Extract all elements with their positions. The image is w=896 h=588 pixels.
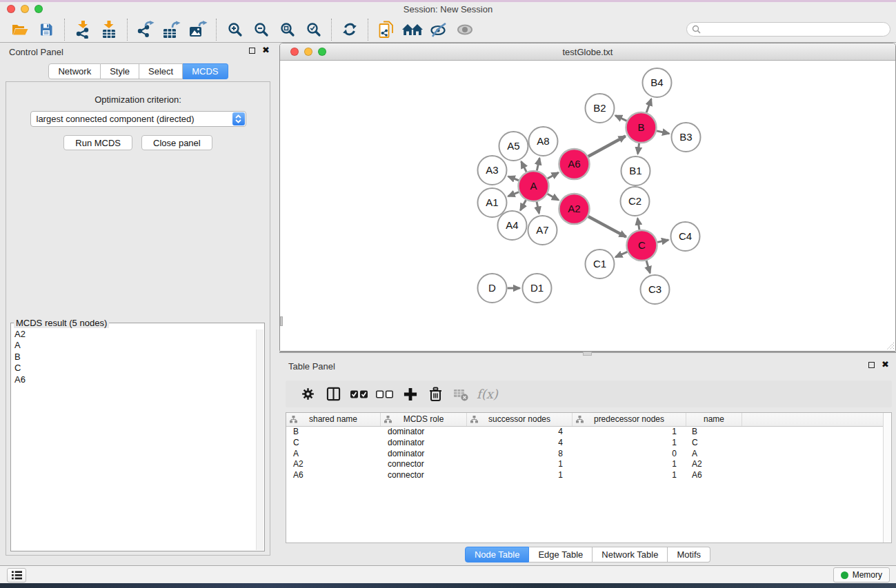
edge-C-C2[interactable]: [637, 219, 639, 230]
table-cell[interactable]: 1: [467, 459, 573, 470]
hide-panels-button[interactable]: [426, 19, 452, 41]
column-header-successor-nodes[interactable]: successor nodes: [467, 413, 573, 426]
optimization-criterion-dropdown[interactable]: largest connected component (directed): [30, 111, 246, 127]
show-eye-button[interactable]: [452, 19, 478, 41]
zoom-selected-button[interactable]: [300, 19, 326, 41]
table-row[interactable]: Bdominator41B: [286, 427, 891, 438]
import-network-button[interactable]: [70, 19, 96, 41]
edge-B-B4[interactable]: [646, 99, 651, 113]
export-network-button[interactable]: [132, 19, 159, 41]
select-all-button[interactable]: [346, 384, 372, 405]
export-image-button[interactable]: [185, 19, 211, 41]
unselect-all-button[interactable]: [372, 384, 397, 405]
edge-A-A1[interactable]: [508, 192, 519, 196]
edge-A2-C[interactable]: [588, 216, 626, 237]
edge-B-B1[interactable]: [638, 143, 639, 154]
network-graph[interactable]: B4B2BB3A5A8A6B1A3AC2A1A2A4A7C4CC1C3DD1: [280, 61, 895, 351]
tab-style[interactable]: Style: [101, 63, 139, 79]
mcds-result-item[interactable]: C: [14, 363, 264, 374]
edge-A-A7[interactable]: [537, 202, 539, 214]
close-panel-icon[interactable]: ✖: [262, 46, 270, 54]
column-header-predecessor-nodes[interactable]: predecessor nodes: [573, 413, 686, 426]
delete-table-button[interactable]: [448, 384, 474, 405]
edge-B-B3[interactable]: [657, 131, 669, 134]
table-cell[interactable]: A6: [686, 470, 742, 481]
zoom-out-button[interactable]: [248, 19, 274, 41]
import-table-button[interactable]: [96, 19, 122, 41]
table-tab-network-table[interactable]: Network Table: [593, 547, 668, 562]
table-cell[interactable]: A2: [286, 459, 381, 470]
splitter-handle[interactable]: [583, 352, 592, 356]
table-cell[interactable]: dominator: [381, 438, 467, 449]
edge-B-B2[interactable]: [615, 116, 627, 121]
table-cell[interactable]: 1: [573, 470, 686, 481]
column-header-MCDS-role[interactable]: MCDS role: [381, 413, 467, 426]
add-column-button[interactable]: [397, 384, 423, 405]
memory-button[interactable]: Memory: [833, 567, 890, 582]
edge-A-A5[interactable]: [521, 161, 527, 172]
run-mcds-button[interactable]: Run MCDS: [63, 135, 132, 150]
table-cell[interactable]: 4: [467, 427, 573, 438]
float-table-panel-icon[interactable]: [868, 362, 875, 368]
table-cell[interactable]: 8: [467, 449, 573, 460]
search-field[interactable]: [686, 22, 890, 37]
edge-A-A3[interactable]: [508, 176, 519, 181]
table-cell[interactable]: dominator: [381, 449, 467, 460]
table-cell[interactable]: A6: [286, 470, 381, 481]
table-cell[interactable]: 0: [573, 449, 686, 460]
zoom-fit-button[interactable]: [274, 19, 300, 41]
table-cell[interactable]: 1: [573, 427, 686, 438]
table-row[interactable]: A2connector11A2: [286, 459, 891, 470]
tab-network[interactable]: Network: [48, 63, 101, 79]
table-cell[interactable]: connector: [381, 470, 467, 481]
table-tab-edge-table[interactable]: Edge Table: [529, 547, 593, 562]
mcds-result-item[interactable]: A2: [14, 329, 264, 340]
search-input[interactable]: [701, 23, 890, 35]
delete-column-button[interactable]: [423, 384, 448, 405]
table-cell[interactable]: 1: [573, 438, 686, 449]
result-scrollbar[interactable]: [256, 330, 263, 550]
clone-network-button[interactable]: [373, 19, 399, 41]
edge-A-A4[interactable]: [520, 200, 526, 210]
tab-mcds[interactable]: MCDS: [183, 63, 228, 79]
task-history-button[interactable]: [7, 568, 26, 582]
table-cell[interactable]: C: [286, 438, 381, 449]
edge-C-C3[interactable]: [646, 261, 650, 273]
open-file-button[interactable]: [7, 19, 33, 41]
table-options-gear-button[interactable]: [295, 384, 321, 405]
edge-C-C4[interactable]: [657, 240, 668, 242]
mcds-result-item[interactable]: A6: [14, 374, 264, 385]
column-header-shared-name[interactable]: shared name: [286, 413, 381, 426]
float-panel-icon[interactable]: [249, 48, 255, 54]
table-cell[interactable]: 1: [467, 470, 573, 481]
table-row[interactable]: Cdominator41C: [286, 438, 891, 449]
canvas-scroll-mark[interactable]: [280, 316, 283, 326]
table-row[interactable]: A6connector11A6: [286, 470, 891, 481]
zoom-in-button[interactable]: [221, 19, 248, 41]
tab-select[interactable]: Select: [139, 63, 183, 79]
table-cell[interactable]: B: [686, 427, 742, 438]
table-tab-motifs[interactable]: Motifs: [668, 547, 710, 562]
table-cell[interactable]: C: [686, 438, 742, 449]
refresh-view-button[interactable]: [337, 19, 363, 41]
edge-A-A8[interactable]: [537, 158, 539, 170]
network-canvas[interactable]: B4B2BB3A5A8A6B1A3AC2A1A2A4A7C4CC1C3DD1: [280, 61, 895, 351]
table-cell[interactable]: A2: [686, 459, 742, 470]
mcds-result-item[interactable]: A: [14, 340, 264, 351]
edge-C-C1[interactable]: [615, 252, 627, 257]
edge-A6-B[interactable]: [588, 136, 626, 156]
edge-A-A2[interactable]: [548, 194, 559, 200]
table-cell[interactable]: dominator: [381, 427, 467, 438]
save-session-button[interactable]: [33, 19, 59, 41]
show-column-button[interactable]: [321, 384, 346, 405]
table-cell[interactable]: 4: [467, 438, 573, 449]
column-header-name[interactable]: name: [686, 413, 742, 426]
table-cell[interactable]: A: [286, 449, 381, 460]
mcds-result-item[interactable]: B: [14, 352, 264, 363]
table-scrollbar[interactable]: [883, 413, 891, 543]
table-cell[interactable]: A: [686, 449, 742, 460]
table-cell[interactable]: B: [286, 427, 381, 438]
table-cell[interactable]: connector: [381, 459, 467, 470]
edge-A-A6[interactable]: [548, 172, 559, 179]
horizontal-splitter[interactable]: [279, 352, 896, 357]
